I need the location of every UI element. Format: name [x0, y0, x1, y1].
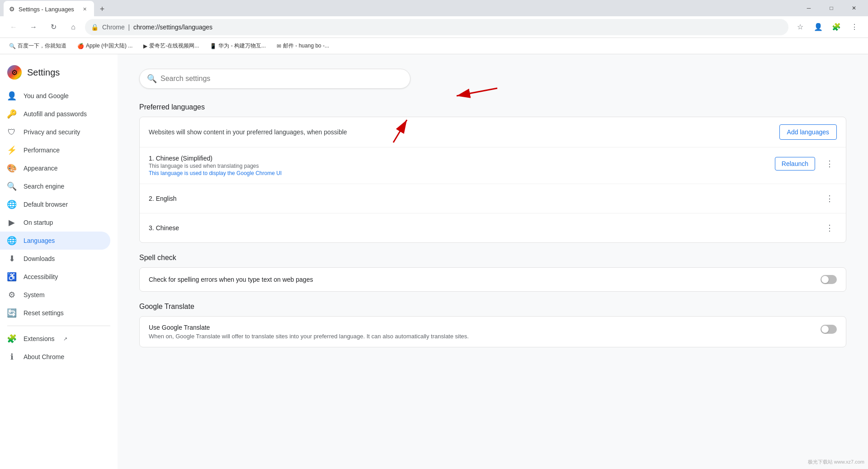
tab-close-button[interactable]: ✕ [80, 5, 89, 13]
language-3-number: 3. [149, 224, 154, 232]
profile-button[interactable]: 👤 [810, 19, 826, 35]
relaunch-button[interactable]: Relaunch [775, 157, 815, 171]
nav-bar: ← → ↻ ⌂ 🔒 Chrome | chrome://settings/lan… [0, 16, 868, 38]
search-engine-icon: 🔍 [7, 182, 16, 191]
bookmark-label: 邮件 - huang bo -... [283, 42, 329, 50]
url-scheme: Chrome | [102, 24, 133, 31]
appearance-icon: 🎨 [7, 164, 16, 173]
websites-note: Websites will show content in your prefe… [149, 128, 347, 136]
sidebar-label-search-engine: Search engine [24, 183, 64, 190]
title-bar: ⚙ Settings - Languages ✕ + ─ □ ✕ [0, 0, 868, 16]
sidebar-divider [7, 326, 110, 326]
sidebar-item-appearance[interactable]: 🎨 Appearance [0, 159, 110, 177]
language-3-name: Chinese [156, 224, 179, 232]
google-translate-row: Use Google Translate When on, Google Tra… [140, 317, 846, 347]
search-icon: 🔍 [147, 74, 157, 84]
bookmark-item-mail[interactable]: ✉ 邮件 - huang bo -... [273, 40, 333, 52]
search-input[interactable] [160, 75, 403, 83]
spell-check-toggle[interactable] [821, 275, 837, 284]
shield-icon: 🛡 [7, 128, 16, 137]
sidebar-item-languages[interactable]: 🌐 Languages [0, 232, 110, 250]
external-link-icon: ↗ [63, 336, 67, 342]
language-1-number: 1. [149, 155, 154, 162]
sidebar-item-reset[interactable]: 🔄 Reset settings [0, 304, 110, 322]
bookmark-item-huawei[interactable]: 📱 华为 - 构建万物互... [206, 40, 269, 52]
search-bar: 🔍 [139, 69, 410, 89]
sidebar-item-you-and-google[interactable]: 👤 You and Google [0, 87, 110, 105]
language-icon: 🌐 [7, 236, 16, 245]
bookmark-label: Apple (中国大陆) ... [86, 42, 132, 50]
forward-button[interactable]: → [25, 19, 42, 35]
language-1-sub2: This language is used to display the Goo… [149, 170, 775, 176]
sidebar-item-downloads[interactable]: ⬇ Downloads [0, 250, 110, 268]
sidebar-item-accessibility[interactable]: ♿ Accessibility [0, 268, 110, 286]
sidebar-label-default-browser: Default browser [24, 201, 68, 208]
sidebar-item-extensions[interactable]: 🧩 Extensions ↗ [0, 330, 110, 348]
bookmark-item-apple[interactable]: 🍎 Apple (中国大陆) ... [74, 40, 136, 52]
sidebar-item-privacy[interactable]: 🛡 Privacy and security [0, 123, 110, 141]
tab-favicon: ⚙ [9, 5, 15, 13]
sidebar: ⚙ Settings 👤 You and Google 🔑 Autofill a… [0, 54, 118, 469]
info-icon: ℹ [7, 352, 16, 361]
watermark: 极光下载站 www.xz7.com [808, 459, 864, 465]
sidebar-item-autofill[interactable]: 🔑 Autofill and passwords [0, 105, 110, 123]
sidebar-item-default-browser[interactable]: 🌐 Default browser [0, 195, 110, 213]
user-icon: 👤 [7, 91, 16, 100]
maximize-button[interactable]: □ [821, 1, 842, 15]
sidebar-item-about-chrome[interactable]: ℹ About Chrome [0, 348, 110, 366]
bookmark-favicon: 🍎 [77, 43, 84, 49]
minimize-button[interactable]: ─ [798, 1, 819, 15]
sidebar-label-autofill: Autofill and passwords [24, 110, 87, 118]
bookmark-label: 百度一下，你就知道 [18, 42, 66, 50]
preferred-languages-title: Preferred languages [139, 103, 846, 111]
language-2-menu-button[interactable]: ⋮ [822, 191, 837, 206]
bookmark-item-baidu[interactable]: 🔍 百度一下，你就知道 [5, 40, 70, 52]
url-path: chrome://settings/languages [133, 24, 212, 31]
add-languages-button[interactable]: Add languages [779, 124, 837, 140]
spell-check-title: Spell check [139, 254, 846, 262]
search-bar-container: 🔍 [139, 69, 410, 89]
settings-title: Settings [27, 67, 60, 78]
language-3-menu-button[interactable]: ⋮ [822, 221, 837, 235]
bookmark-label: 爱奇艺-在线视频网... [149, 42, 199, 50]
sidebar-label-downloads: Downloads [24, 255, 55, 262]
google-translate-toggle[interactable] [821, 325, 837, 334]
google-translate-card: Use Google Translate When on, Google Tra… [139, 316, 846, 347]
language-1-sub1: This language is used when translating p… [149, 163, 775, 169]
sidebar-item-system[interactable]: ⚙ System [0, 286, 110, 304]
sidebar-label-extensions: Extensions [24, 335, 54, 342]
use-google-translate-label: Use Google Translate [149, 324, 810, 331]
language-1-name: Chinese (Simplified) [156, 155, 212, 162]
chrome-menu-button[interactable]: ⋮ [846, 19, 863, 35]
language-row-1: 1. Chinese (Simplified) This language is… [140, 147, 846, 184]
sidebar-item-search-engine[interactable]: 🔍 Search engine [0, 177, 110, 195]
accessibility-icon: ♿ [7, 272, 16, 281]
performance-icon: ⚡ [7, 146, 16, 155]
back-button[interactable]: ← [5, 19, 22, 35]
settings-title-row: ⚙ Settings [0, 62, 118, 87]
new-tab-button[interactable]: + [96, 3, 108, 15]
browser-icon: 🌐 [7, 200, 16, 209]
bookmarks-bar: 🔍 百度一下，你就知道 🍎 Apple (中国大陆) ... ▶ 爱奇艺-在线视… [0, 38, 868, 54]
extensions-button[interactable]: 🧩 [828, 19, 844, 35]
language-2-name: English [156, 195, 177, 202]
reset-icon: 🔄 [7, 308, 16, 317]
google-translate-text: Use Google Translate When on, Google Tra… [149, 324, 810, 340]
refresh-button[interactable]: ↻ [45, 19, 61, 35]
bookmark-favicon: ✉ [277, 43, 281, 49]
sidebar-item-performance[interactable]: ⚡ Performance [0, 141, 110, 159]
sidebar-label-languages: Languages [24, 237, 55, 244]
address-bar[interactable]: 🔒 Chrome | chrome://settings/languages [85, 19, 788, 35]
bookmark-button[interactable]: ☆ [792, 19, 808, 35]
active-tab[interactable]: ⚙ Settings - Languages ✕ [4, 1, 94, 17]
bookmark-item-iqiyi[interactable]: ▶ 爱奇艺-在线视频网... [140, 40, 203, 52]
content-area: ⚙ Settings 👤 You and Google 🔑 Autofill a… [0, 54, 868, 469]
sidebar-label-about-chrome: About Chrome [24, 353, 64, 360]
main-content: 🔍 Preferred languages Websites will show… [118, 54, 868, 469]
home-button[interactable]: ⌂ [65, 19, 81, 35]
system-icon: ⚙ [7, 290, 16, 299]
sidebar-item-on-startup[interactable]: ▶ On startup [0, 213, 110, 232]
language-1-menu-button[interactable]: ⋮ [822, 156, 837, 171]
use-google-translate-desc: When on, Google Translate will offer to … [149, 333, 810, 340]
close-button[interactable]: ✕ [844, 1, 864, 15]
